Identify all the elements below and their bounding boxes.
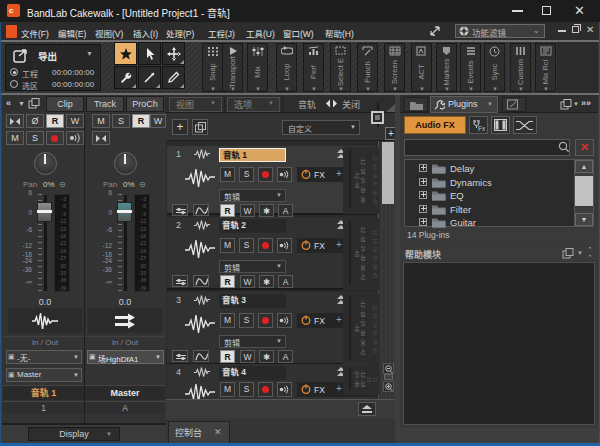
svg-text:Fx: Fx — [478, 125, 485, 132]
